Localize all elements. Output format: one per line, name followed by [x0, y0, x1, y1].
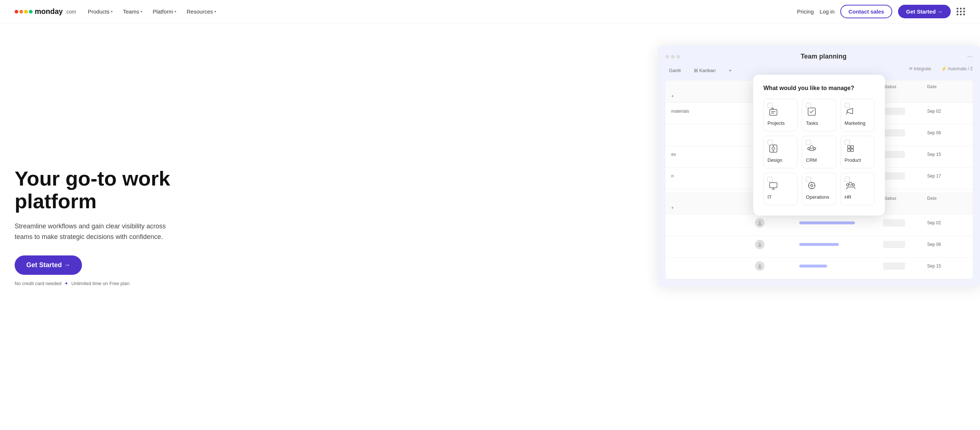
date-cell: Sep 15	[927, 263, 967, 269]
chevron-icon: ▾	[140, 10, 142, 14]
card-item-operations[interactable]: Operations	[802, 173, 836, 205]
logo-icon	[14, 10, 33, 14]
get-started-button[interactable]: Get Started →	[898, 5, 951, 18]
date-cell: Sep 15	[927, 152, 967, 157]
hero-subtitle: Streamline workflows and gain clear visi…	[14, 221, 168, 242]
checkbox-it[interactable]	[767, 177, 773, 182]
col-add[interactable]: +	[671, 94, 751, 99]
status-badge	[883, 172, 905, 180]
card-item-product[interactable]: Product	[841, 136, 875, 168]
contact-sales-button[interactable]: Contact sales	[840, 5, 892, 18]
hero-cta-button[interactable]: Get Started →	[14, 255, 82, 275]
card-label-tasks: Tasks	[806, 120, 818, 126]
checkbox-product[interactable]	[845, 140, 850, 145]
logo-dot-yellow	[24, 10, 28, 14]
card-item-tasks[interactable]: Tasks	[802, 99, 836, 131]
navbar: monday.com Products ▾ Teams ▾ Platform ▾…	[0, 0, 980, 24]
checkbox-hr[interactable]	[845, 177, 850, 182]
svg-rect-28	[851, 149, 853, 151]
login-link[interactable]: Log in	[820, 8, 835, 14]
nav-left: monday.com Products ▾ Teams ▾ Platform ▾…	[14, 7, 216, 16]
logo-dot-orange	[19, 10, 23, 14]
status-badge	[883, 241, 905, 248]
card-item-projects[interactable]: Projects	[764, 99, 797, 131]
nav-item-resources[interactable]: Resources ▾	[186, 8, 216, 14]
timeline-bar	[799, 243, 839, 246]
status-badge	[883, 263, 905, 270]
dashboard-title: Team planning	[801, 53, 847, 61]
card-label-operations: Operations	[806, 194, 829, 200]
logo-com: .com	[65, 9, 76, 14]
card-item-design[interactable]: Design	[764, 136, 797, 168]
dashboard-tabs: Gantt ⊞ Kanban + ⟳ Integrate ⚡ Automate …	[665, 66, 973, 75]
nav-right: Pricing Log in Contact sales Get Started…	[797, 5, 966, 18]
automate-action[interactable]: ⚡ Automate / 2	[941, 66, 973, 75]
svg-point-13	[758, 266, 762, 269]
table-row: Sep 06	[665, 236, 973, 258]
card-item-marketing[interactable]: Marketing	[841, 99, 875, 131]
dashboard-header: Team planning ···	[665, 53, 973, 61]
svg-rect-27	[848, 149, 850, 151]
svg-point-19	[772, 147, 775, 150]
tab-gantt[interactable]: Gantt	[665, 66, 684, 75]
checkbox-tasks[interactable]	[806, 103, 811, 108]
table-row: Sep 15	[665, 258, 973, 279]
chevron-icon: ▾	[111, 10, 113, 14]
card-item-hr[interactable]: HR	[841, 173, 875, 205]
card-label-hr: HR	[845, 194, 851, 200]
manage-card: What would you like to manage? Projects	[753, 75, 885, 215]
svg-point-8	[759, 221, 761, 223]
svg-rect-26	[851, 146, 853, 148]
checkbox-design[interactable]	[767, 140, 773, 145]
nav-menu: Products ▾ Teams ▾ Platform ▾ Resources …	[88, 8, 216, 14]
chevron-icon: ▾	[175, 10, 176, 14]
card-label-it: IT	[767, 194, 772, 200]
logo-text: monday	[35, 7, 63, 16]
card-item-crm[interactable]: CRM	[802, 136, 836, 168]
svg-point-11	[758, 245, 762, 247]
col-date-2: Date	[927, 196, 967, 201]
svg-rect-14	[770, 110, 777, 115]
nav-item-products[interactable]: Products ▾	[88, 8, 113, 14]
svg-point-23	[808, 148, 810, 150]
status-badge	[883, 219, 905, 226]
svg-point-38	[849, 182, 852, 185]
logo[interactable]: monday.com	[14, 7, 76, 16]
svg-point-22	[810, 146, 813, 148]
date-cell: Sep 06	[927, 130, 967, 135]
footnote-separator: ✦	[64, 281, 68, 286]
tab-kanban[interactable]: ⊞ Kanban	[690, 66, 719, 75]
card-item-it[interactable]: IT	[764, 173, 797, 205]
col-add-2[interactable]: +	[671, 205, 751, 210]
avatar	[755, 218, 765, 228]
col-status-2: Status	[883, 196, 923, 201]
dashboard-more-icon[interactable]: ···	[967, 53, 973, 61]
checkbox-projects[interactable]	[767, 103, 773, 108]
logo-dot-green	[29, 10, 33, 14]
card-label-crm: CRM	[806, 158, 817, 163]
integrate-action[interactable]: ⟳ Integrate	[909, 66, 931, 75]
timeline-bar	[799, 221, 855, 225]
checkbox-crm[interactable]	[806, 140, 811, 145]
svg-point-39	[846, 184, 849, 186]
footnote-unlimited: Unlimited time on Free plan	[72, 281, 129, 286]
card-label-projects: Projects	[767, 120, 785, 126]
status-badge	[883, 129, 905, 137]
apps-grid-icon[interactable]	[956, 8, 966, 15]
tab-add[interactable]: +	[725, 66, 735, 75]
avatar	[755, 240, 765, 249]
table-row: Sep 02	[665, 215, 973, 236]
card-label-product: Product	[845, 158, 861, 163]
card-label-design: Design	[767, 158, 782, 163]
nav-item-platform[interactable]: Platform ▾	[153, 8, 176, 14]
svg-point-33	[811, 185, 813, 186]
card-question: What would you like to manage?	[764, 85, 875, 91]
checkbox-marketing[interactable]	[845, 103, 850, 108]
pricing-link[interactable]: Pricing	[797, 8, 814, 14]
card-grid: Projects Tasks	[764, 99, 875, 205]
nav-item-teams[interactable]: Teams ▾	[123, 8, 142, 14]
svg-point-12	[759, 264, 761, 266]
card-label-marketing: Marketing	[845, 120, 865, 126]
checkbox-operations[interactable]	[806, 177, 811, 182]
status-badge	[883, 108, 905, 115]
